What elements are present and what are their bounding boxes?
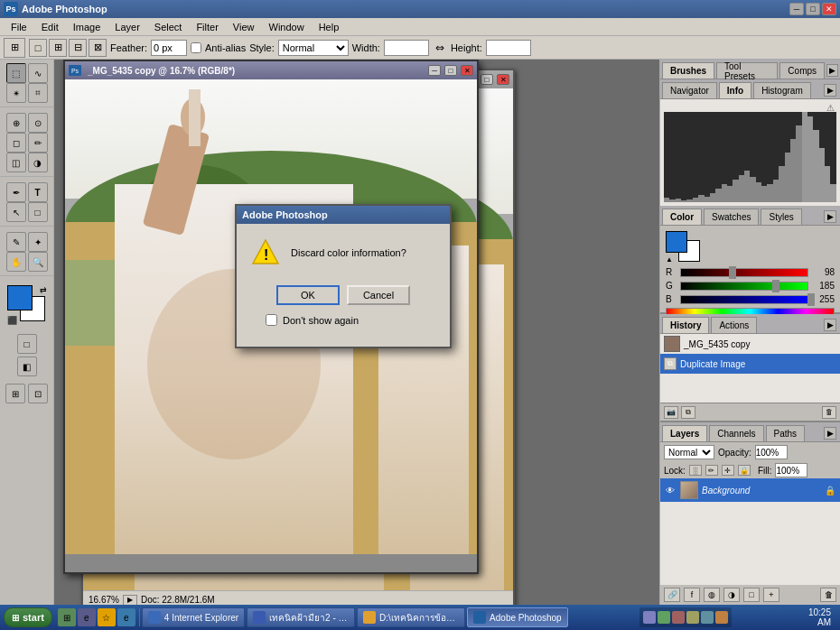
maximize-button[interactable]: □	[806, 3, 820, 15]
taskbar-ie[interactable]: 4 Internet Explorer	[142, 607, 245, 627]
tab-histogram[interactable]: Histogram	[753, 82, 811, 98]
path-select-tool[interactable]: ↖	[6, 202, 26, 222]
history-delete-btn[interactable]: 🗑	[822, 406, 836, 419]
tab-history[interactable]: History	[662, 317, 709, 333]
height-input[interactable]	[486, 40, 531, 56]
magic-wand-tool[interactable]: ✴	[6, 83, 26, 103]
marquee-tool[interactable]: ⬚	[6, 63, 26, 83]
layer-row-background[interactable]: 👁 Background 🔒	[660, 478, 840, 502]
b-slider-thumb[interactable]	[807, 293, 815, 306]
standard-mode-btn[interactable]: □	[17, 334, 37, 354]
gradient-tool[interactable]: ◫	[6, 153, 26, 172]
foreground-color[interactable]	[7, 285, 33, 310]
layer-link-btn[interactable]: 🔗	[664, 588, 680, 602]
g-slider-thumb[interactable]	[772, 280, 779, 292]
r-slider-track[interactable]	[680, 268, 808, 277]
layer-group-btn[interactable]: □	[743, 588, 760, 602]
taskbar-word[interactable]: เทคนิคฝ้ามียา2 - Micro...	[247, 607, 355, 627]
fg-color-swatch[interactable]	[666, 231, 687, 253]
ql-icon-3[interactable]: ☆	[98, 608, 116, 626]
menu-select[interactable]: Select	[147, 20, 190, 34]
layer-adjustment-btn[interactable]: ◑	[723, 588, 740, 602]
tab-actions[interactable]: Actions	[711, 317, 757, 333]
menu-file[interactable]: File	[4, 20, 34, 34]
tab-navigator[interactable]: Navigator	[662, 82, 717, 98]
anti-alias-checkbox[interactable]	[191, 42, 201, 53]
feather-input[interactable]	[151, 40, 187, 56]
ql-ie-icon[interactable]: e	[117, 608, 135, 626]
text-tool[interactable]: T	[28, 182, 48, 202]
crop-tool[interactable]: ⌗	[28, 83, 48, 103]
menu-filter[interactable]: Filter	[189, 20, 225, 34]
lock-transparent-btn[interactable]: ░	[689, 465, 702, 476]
zoom-tool[interactable]: 🔍	[28, 252, 48, 272]
tab-layers[interactable]: Layers	[662, 425, 707, 441]
tab-swatches[interactable]: Swatches	[704, 208, 759, 225]
color-collapse-btn[interactable]: ▶	[824, 210, 836, 223]
style-select[interactable]: Normal Fixed Ratio Fixed Size	[278, 40, 349, 56]
start-button[interactable]: ⊞ start	[4, 607, 52, 627]
menu-view[interactable]: View	[226, 20, 262, 34]
history-item-0[interactable]: _MG_5435 copy	[660, 334, 840, 354]
eraser-tool[interactable]: ◻	[6, 133, 26, 153]
swap-dimensions-icon[interactable]: ⇔	[433, 41, 447, 55]
selection-normal-btn[interactable]: □	[29, 39, 47, 57]
menu-image[interactable]: Image	[66, 20, 108, 34]
taskbar-folder[interactable]: D:\เทคนิคการข้อมลิภาพ	[357, 607, 465, 627]
dialog-cancel-button[interactable]: Cancel	[347, 285, 410, 305]
pen-tool[interactable]: ✒	[6, 182, 26, 202]
opacity-input[interactable]	[755, 445, 788, 459]
screen-mode-1[interactable]: ⊞	[5, 384, 25, 403]
menu-layer[interactable]: Layer	[107, 20, 147, 34]
tab-paths[interactable]: Paths	[766, 425, 806, 441]
layer-new-btn[interactable]: +	[763, 588, 779, 602]
width-input[interactable]	[384, 40, 429, 56]
screen-mode-2[interactable]: ⊡	[28, 384, 48, 403]
shape-tool[interactable]: □	[28, 202, 48, 222]
minimize-button[interactable]: ─	[789, 3, 804, 15]
doc-status-arrow[interactable]: ▶	[123, 595, 137, 606]
r-slider-thumb[interactable]	[729, 266, 736, 279]
quickmask-mode-btn[interactable]: ◧	[17, 357, 37, 376]
tab-styles[interactable]: Styles	[761, 208, 801, 225]
layer-delete-btn[interactable]: 🗑	[820, 588, 836, 602]
selection-add-btn[interactable]: ⊞	[49, 39, 67, 57]
clone-tool[interactable]: ⊙	[28, 113, 48, 133]
healing-tool[interactable]: ⊕	[6, 113, 26, 133]
brush-tool[interactable]: ✏	[28, 133, 48, 153]
tab-tool-presets[interactable]: Tool Presets	[716, 62, 778, 79]
g-slider-track[interactable]	[680, 282, 808, 291]
tab-info[interactable]: Info	[719, 82, 751, 98]
b-slider-track[interactable]	[680, 295, 808, 304]
history-new-doc-btn[interactable]: ⧉	[681, 406, 695, 419]
history-snapshot-btn[interactable]: 📷	[664, 406, 678, 419]
lock-image-btn[interactable]: ✏	[705, 465, 718, 476]
history-item-1[interactable]: ⧉ Duplicate Image	[660, 354, 840, 374]
selection-sub-btn[interactable]: ⊟	[69, 39, 87, 57]
nav-collapse-btn[interactable]: ▶	[824, 84, 836, 97]
fg-doc-close[interactable]: ✕	[461, 65, 473, 76]
dont-show-checkbox[interactable]	[266, 314, 277, 326]
top-panel-options-btn[interactable]: ▶	[826, 64, 838, 77]
bg-doc-maximize[interactable]: □	[481, 74, 493, 85]
default-colors-icon[interactable]: ⬛	[7, 316, 17, 325]
burn-tool[interactable]: ◑	[28, 153, 48, 172]
dialog-ok-button[interactable]: OK	[276, 285, 340, 305]
ql-icon-1[interactable]: ⊞	[58, 608, 76, 626]
taskbar-photoshop[interactable]: Adobe Photoshop	[467, 607, 568, 627]
hand-tool[interactable]: ✋	[6, 252, 26, 272]
menu-window[interactable]: Window	[262, 20, 312, 34]
tab-comps[interactable]: Comps	[779, 62, 825, 79]
fg-doc-maximize[interactable]: □	[444, 65, 457, 76]
layer-mask-btn[interactable]: ◍	[704, 588, 720, 602]
tool-options-icon[interactable]: ⊞	[4, 38, 25, 58]
layer-style-btn[interactable]: f	[684, 588, 700, 602]
eyedropper-tool[interactable]: ✦	[28, 232, 48, 252]
notes-tool[interactable]: ✎	[6, 232, 26, 252]
swap-colors-icon[interactable]: ⇄	[40, 285, 47, 294]
close-button[interactable]: ✕	[822, 3, 836, 15]
selection-intersect-btn[interactable]: ⊠	[89, 39, 107, 57]
menu-edit[interactable]: Edit	[34, 20, 66, 34]
lock-all-btn[interactable]: 🔒	[738, 465, 751, 476]
blend-mode-select[interactable]: Normal Multiply Screen	[664, 445, 714, 459]
